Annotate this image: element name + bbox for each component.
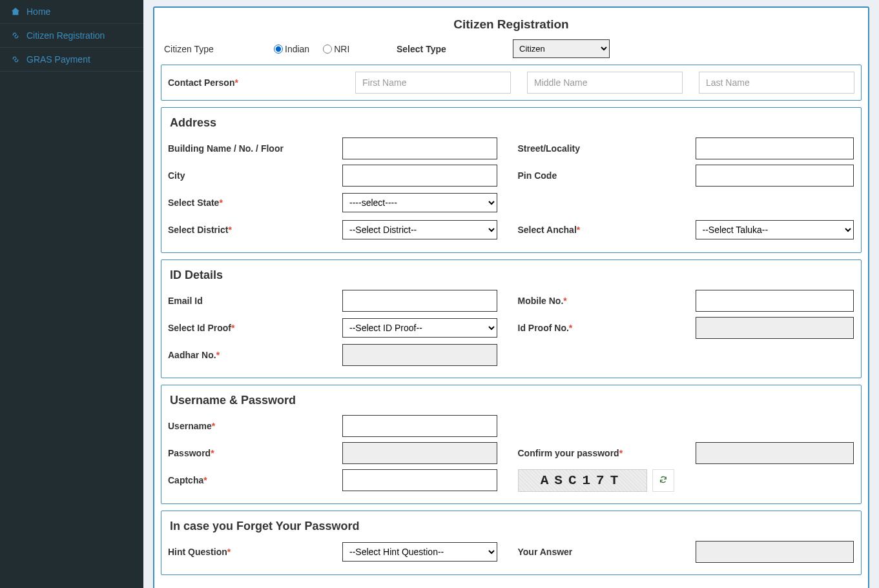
anchal-select[interactable]: --Select Taluka-- — [696, 220, 854, 239]
link-icon — [10, 31, 21, 40]
mobile-label: Mobile No.* — [518, 296, 696, 306]
pin-input[interactable] — [696, 165, 854, 187]
captcha-refresh-button[interactable] — [652, 469, 674, 492]
confirm-password-input[interactable] — [696, 442, 854, 464]
contact-section: Contact Person* — [161, 65, 862, 101]
district-select[interactable]: --Select District-- — [342, 220, 497, 239]
id-proof-no-input — [696, 317, 854, 339]
state-select[interactable]: ----select---- — [342, 193, 497, 212]
sidebar-item-label: Home — [26, 6, 134, 17]
forgot-password-title: In case you Forget Your Password — [168, 518, 854, 541]
building-label: Building Name / No. / Floor — [168, 143, 342, 154]
home-icon — [10, 7, 21, 16]
contact-person-label: Contact Person* — [168, 77, 339, 88]
select-type-label: Select Type — [397, 44, 513, 54]
forgot-password-section: In case you Forget Your Password Hint Qu… — [161, 511, 862, 575]
link-icon — [10, 55, 21, 64]
registration-form: Citizen Registration Citizen Type Indian… — [153, 6, 869, 588]
sidebar-item-citizen-registration[interactable]: Citizen Registration — [0, 24, 143, 48]
captcha-image: ASC17T — [518, 469, 647, 492]
id-details-title: ID Details — [168, 267, 854, 290]
id-proof-label: Select Id Proof* — [168, 323, 342, 333]
last-name-input[interactable] — [699, 72, 854, 94]
radio-indian-label[interactable]: Indian — [274, 44, 309, 54]
page-title: Citizen Registration — [161, 14, 862, 38]
hint-question-label: Hint Question* — [168, 547, 342, 557]
password-label: Password* — [168, 448, 342, 458]
radio-nri[interactable] — [323, 45, 332, 54]
street-input[interactable] — [696, 137, 854, 159]
city-label: City — [168, 170, 342, 181]
username-password-title: Username & Password — [168, 392, 854, 415]
pin-label: Pin Code — [518, 170, 696, 181]
captcha-input[interactable] — [342, 469, 497, 491]
first-name-input[interactable] — [355, 72, 511, 94]
hint-question-select[interactable]: --Select Hint Question-- — [342, 542, 497, 562]
sidebar-item-label: Citizen Registration — [26, 30, 134, 41]
refresh-icon — [659, 475, 668, 486]
id-proof-no-label: Id Proof No.* — [518, 323, 696, 333]
id-proof-select[interactable]: --Select ID Proof-- — [342, 318, 497, 338]
address-title: Address — [168, 114, 854, 137]
username-password-section: Username & Password Username* Password* … — [161, 385, 862, 504]
citizen-type-label: Citizen Type — [164, 44, 274, 54]
captcha-label: Captcha* — [168, 475, 342, 485]
district-label: Select District* — [168, 225, 342, 235]
address-section: Address Building Name / No. / Floor Stre… — [161, 107, 862, 253]
radio-nri-label[interactable]: NRI — [323, 44, 349, 54]
your-answer-input — [696, 541, 854, 563]
building-input[interactable] — [342, 137, 497, 159]
email-input[interactable] — [342, 290, 497, 312]
sidebar: Home Citizen Registration GRAS Payment — [0, 0, 143, 588]
username-label: Username* — [168, 421, 342, 431]
sidebar-item-home[interactable]: Home — [0, 0, 143, 24]
middle-name-input[interactable] — [527, 72, 683, 94]
username-input[interactable] — [342, 415, 497, 437]
city-input[interactable] — [342, 165, 497, 187]
aadhar-input — [342, 344, 497, 366]
select-type-dropdown[interactable]: Citizen — [513, 39, 610, 58]
main-content: Citizen Registration Citizen Type Indian… — [143, 0, 879, 588]
citizen-type-row: Citizen Type Indian NRI Select Type Citi… — [161, 38, 862, 65]
sidebar-item-gras-payment[interactable]: GRAS Payment — [0, 48, 143, 72]
anchal-label: Select Anchal* — [518, 225, 696, 235]
button-row: Submit Cancel — [161, 582, 862, 588]
radio-indian[interactable] — [274, 45, 283, 54]
mobile-input[interactable] — [696, 290, 854, 312]
email-label: Email Id — [168, 296, 342, 306]
state-label: Select State* — [168, 198, 342, 208]
sidebar-item-label: GRAS Payment — [26, 54, 134, 65]
your-answer-label: Your Answer — [518, 547, 696, 557]
street-label: Street/Locality — [518, 143, 696, 154]
aadhar-label: Aadhar No.* — [168, 350, 342, 360]
id-details-section: ID Details Email Id Mobile No.* Select I… — [161, 259, 862, 378]
confirm-password-label: Confirm your password* — [518, 448, 696, 458]
password-input[interactable] — [342, 442, 497, 464]
